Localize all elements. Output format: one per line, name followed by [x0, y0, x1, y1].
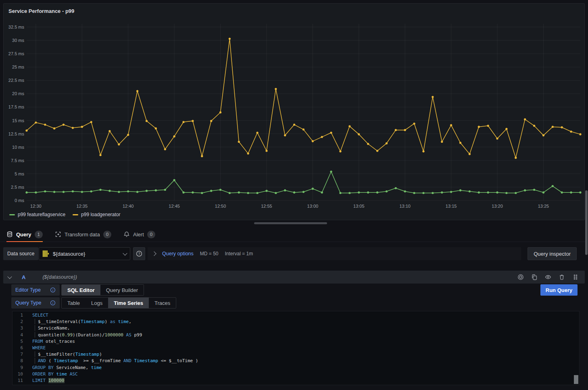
svg-text:17.5 ms: 17.5 ms — [8, 104, 25, 109]
svg-text:15 ms: 15 ms — [12, 118, 24, 123]
tab-alert-label: Alert — [133, 231, 144, 238]
page-scrollbar-thumb[interactable] — [585, 190, 588, 255]
question-circle-icon: ? — [136, 250, 142, 257]
code-text: WHERE — [32, 345, 46, 350]
max-data-points-value: MD = 50 — [200, 251, 219, 257]
query-type-row: Query Type i Table Logs Time Series Trac… — [11, 297, 176, 309]
transform-icon — [55, 231, 61, 238]
svg-text:12.5 ms: 12.5 ms — [8, 131, 25, 136]
editor-tabs: Query 1 Transform data 0 Alert 0 — [0, 227, 588, 242]
legend-label[interactable]: p99 loadgenerator — [81, 212, 120, 217]
query-type-label: Query Type — [15, 300, 41, 306]
code-text: AND ( Timestamp >= $__fromTime AND Times… — [35, 358, 198, 363]
query-row-header[interactable]: A (${datasource}) — [3, 271, 585, 284]
disable-query-icon[interactable] — [516, 273, 525, 282]
legend-swatch-yellow — [73, 214, 78, 215]
svg-text:?: ? — [138, 252, 140, 256]
editor-type-label: Editor Type — [15, 287, 41, 293]
segment-query-builder[interactable]: Query Builder — [100, 285, 144, 295]
code-line-1[interactable]: 1SELECT — [13, 311, 579, 318]
svg-text:20 ms: 20 ms — [12, 91, 24, 96]
tab-transform-label: Transform data — [65, 231, 100, 238]
svg-text:30 ms: 30 ms — [12, 38, 24, 43]
tab-alert[interactable]: Alert 0 — [123, 227, 155, 242]
svg-text:i: i — [52, 288, 53, 292]
sql-code-editor[interactable]: 1SELECT2$__timeInterval(Timestamp) as ti… — [12, 311, 580, 385]
segment-time-series[interactable]: Time Series — [108, 298, 149, 308]
code-line-10[interactable]: 10ORDER BY time ASC — [13, 370, 579, 377]
svg-text:13:25: 13:25 — [538, 204, 549, 209]
segment-logs[interactable]: Logs — [85, 298, 108, 308]
delete-query-icon[interactable] — [557, 273, 566, 282]
line-number: 2 — [13, 319, 23, 324]
svg-text:25 ms: 25 ms — [12, 65, 24, 69]
svg-text:32.5 ms: 32.5 ms — [8, 25, 25, 29]
svg-text:10 ms: 10 ms — [12, 145, 24, 150]
query-options-bar[interactable]: Query options MD = 50 Interval = 1m — [148, 247, 521, 260]
tab-query-label: Query — [16, 231, 31, 238]
code-line-3[interactable]: 3ServiceName, — [13, 324, 579, 331]
code-line-5[interactable]: 5FROM otel_traces — [13, 338, 579, 344]
tab-query[interactable]: Query 1 — [6, 227, 43, 242]
svg-text:12:35: 12:35 — [77, 204, 88, 209]
pane-resize-handle[interactable] — [254, 222, 327, 224]
segment-sql-editor[interactable]: SQL Editor — [62, 285, 100, 295]
code-line-6[interactable]: 6WHERE — [13, 344, 579, 350]
svg-text:12:30: 12:30 — [30, 204, 42, 209]
code-text: ServiceName, — [35, 325, 70, 331]
hide-response-icon[interactable] — [544, 273, 553, 282]
datasource-picker[interactable]: ${datasource} — [39, 247, 130, 260]
info-circle-icon[interactable]: i — [50, 287, 56, 293]
collapse-chevron-icon[interactable] — [7, 274, 12, 279]
code-text: $__timeInterval(Timestamp) as time, — [35, 319, 131, 324]
datasource-value: ${datasource} — [53, 251, 120, 257]
svg-text:12:40: 12:40 — [123, 204, 134, 209]
segment-table[interactable]: Table — [62, 298, 85, 308]
drag-handle-icon[interactable] — [571, 273, 580, 282]
legend-item-featureflagservice[interactable]: p99 featureflagservice — [9, 212, 65, 217]
svg-text:13:10: 13:10 — [399, 204, 411, 209]
query-toolbar: Data source ${datasource} ? Query option… — [3, 247, 585, 261]
editor-scrollbar-thumb[interactable] — [574, 375, 578, 384]
duplicate-query-icon[interactable] — [530, 273, 539, 282]
editor-type-row: Editor Type i SQL Editor Query Builder — [11, 284, 144, 296]
code-line-7[interactable]: 7$__timeFilter(Timestamp) — [13, 350, 579, 357]
code-line-2[interactable]: 2$__timeInterval(Timestamp) as time, — [13, 318, 579, 324]
code-text: $__timeFilter(Timestamp) — [35, 351, 102, 357]
code-line-9[interactable]: 9GROUP BY ServiceName, time — [13, 364, 579, 370]
svg-text:13:05: 13:05 — [353, 204, 365, 209]
info-circle-icon[interactable]: i — [50, 300, 56, 306]
segment-traces[interactable]: Traces — [149, 298, 176, 308]
code-line-4[interactable]: 4quantile(0.99)(Duration)/1000000 AS p99 — [13, 331, 579, 338]
database-icon — [6, 231, 13, 238]
tab-query-badge: 1 — [35, 231, 43, 238]
timeseries-chart[interactable]: 0 ms2.5 ms5 ms7.5 ms10 ms12.5 ms15 ms17.… — [4, 16, 584, 209]
datasource-label: Data source — [3, 247, 38, 260]
grafana-panel-edit-page: Service Performance - p99 0 ms2.5 ms5 ms… — [0, 0, 588, 390]
svg-text:27.5 ms: 27.5 ms — [8, 51, 25, 56]
legend-item-loadgenerator[interactable]: p99 loadgenerator — [73, 212, 120, 217]
line-number: 3 — [13, 325, 23, 331]
interval-value: Interval = 1m — [225, 251, 253, 257]
query-row-datasource: (${datasource}) — [42, 274, 77, 280]
code-line-11[interactable]: 11LIMIT 100000 — [13, 377, 579, 383]
chevron-right-icon — [152, 251, 156, 256]
code-text: GROUP BY ServiceName, time — [32, 365, 102, 370]
bell-icon — [123, 231, 130, 238]
query-inspector-button[interactable]: Query inspector — [528, 247, 577, 260]
legend-label[interactable]: p99 featureflagservice — [18, 212, 65, 217]
tab-transform-data[interactable]: Transform data 0 — [55, 227, 111, 242]
code-line-8[interactable]: 8AND ( Timestamp >= $__fromTime AND Time… — [13, 357, 579, 363]
line-number: 4 — [13, 332, 23, 338]
svg-text:i: i — [52, 301, 53, 305]
editor-type-label-chip: Editor Type i — [11, 284, 60, 296]
line-number: 5 — [13, 338, 23, 344]
code-text: LIMIT 100000 — [32, 377, 65, 383]
line-number: 8 — [13, 358, 23, 363]
editor-type-segmented: SQL Editor Query Builder — [61, 284, 144, 296]
run-query-button[interactable]: Run Query — [540, 284, 578, 296]
svg-text:0 ms: 0 ms — [15, 198, 24, 203]
line-number: 6 — [13, 345, 23, 350]
query-options-link[interactable]: Query options — [162, 251, 194, 257]
datasource-help-button[interactable]: ? — [133, 247, 145, 260]
